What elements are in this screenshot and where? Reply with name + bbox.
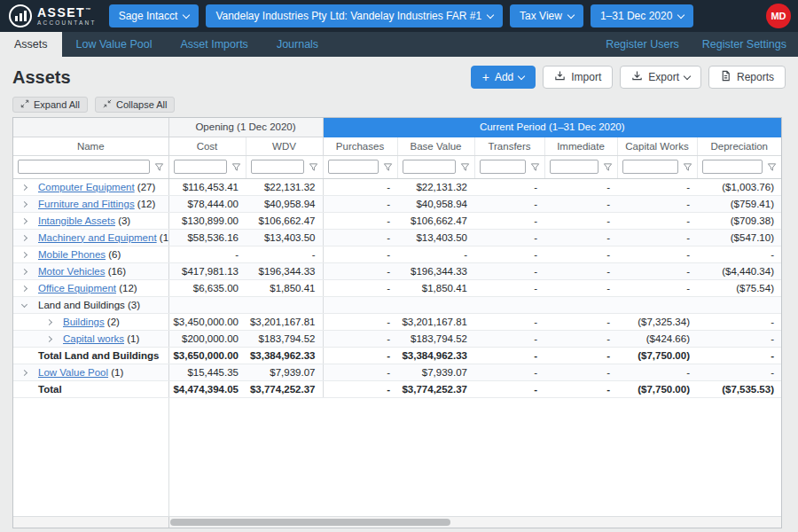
reports-button[interactable]: Reports (708, 66, 786, 89)
column-header-cost[interactable]: Cost (168, 137, 246, 155)
dropdown-sage-intacct[interactable]: Sage Intacct (109, 4, 200, 27)
value-cell: - (323, 330, 397, 347)
filter-cell (323, 155, 397, 178)
row-label: Total Land and Buildings (38, 350, 160, 361)
chevron-right-icon[interactable] (21, 269, 27, 275)
nav-link-register-users[interactable]: Register Users (594, 32, 691, 57)
topbar: ASSET™ ACCOUNTANT Sage IntacctVandelay I… (0, 0, 798, 32)
chevron-right-icon[interactable] (21, 218, 27, 224)
expand-all-label: Expand All (34, 99, 80, 110)
asset-group-link[interactable]: Capital works (63, 333, 124, 344)
app-window: ASSET™ ACCOUNTANT Sage IntacctVandelay I… (0, 0, 798, 532)
value-cell: - (474, 279, 544, 296)
chevron-right-icon[interactable] (21, 370, 27, 376)
filter-icon[interactable] (767, 162, 777, 172)
value-cell: ($547.10) (697, 229, 781, 246)
collapse-all-label: Collapse All (116, 99, 167, 110)
chevron-spacer (22, 387, 27, 392)
value-cell: $78,444.00 (168, 195, 246, 212)
dropdown-vandelay-industries-pty-ltd-vandelay-industries-far-1[interactable]: Vandelay Industries Pty Ltd: Vandelay In… (206, 4, 503, 27)
filter-icon[interactable] (683, 162, 692, 172)
value-cell: $3,650,000.00 (168, 347, 246, 364)
value-cell: - (617, 246, 697, 262)
column-header-base-value[interactable]: Base Value (397, 137, 474, 155)
asset-group-link[interactable]: Mobile Phones (38, 249, 106, 260)
filter-cell (13, 155, 168, 178)
horizontal-scrollbar[interactable] (13, 516, 781, 528)
asset-count: (6) (106, 249, 121, 260)
user-avatar[interactable]: MD (766, 4, 791, 28)
asset-group-link[interactable]: Low Value Pool (38, 367, 108, 378)
tab-journals[interactable]: Journals (262, 32, 332, 57)
tab-asset-imports[interactable]: Asset Imports (166, 32, 262, 57)
chevron-right-icon[interactable] (21, 201, 27, 207)
value-cell: ($7,750.00) (617, 380, 697, 397)
column-header-capital-works[interactable]: Capital Works (617, 137, 697, 155)
value-cell: - (323, 279, 397, 296)
logo-text: ASSET™ ACCOUNTANT (37, 6, 97, 27)
import-button[interactable]: Import (543, 66, 613, 89)
horizontal-scrollbar-thumb[interactable] (170, 519, 450, 526)
value-cell: $22,131.32 (397, 178, 474, 195)
filter-input-depreciation[interactable] (702, 160, 763, 174)
expand-all-button[interactable]: Expand All (12, 97, 88, 113)
asset-accountant-logo[interactable]: ASSET™ ACCOUNTANT (9, 4, 97, 27)
chevron-right-icon[interactable] (21, 184, 27, 191)
filter-icon[interactable] (154, 162, 164, 172)
filter-input-purchases[interactable] (328, 160, 379, 174)
value-cell: - (397, 246, 474, 262)
filter-icon[interactable] (231, 162, 241, 172)
name-cell: Motor Vehicles (16) (13, 262, 168, 279)
tab-low-value-pool[interactable]: Low Value Pool (62, 32, 167, 57)
filter-icon[interactable] (530, 162, 540, 172)
chevron-right-icon[interactable] (46, 336, 52, 342)
filter-input-capital-works[interactable] (622, 160, 678, 174)
navbar: AssetsLow Value PoolAsset ImportsJournal… (0, 32, 798, 57)
column-header-immediate[interactable]: Immediate (544, 137, 617, 155)
tab-assets[interactable]: Assets (0, 32, 62, 57)
export-button[interactable]: Export (620, 66, 701, 89)
filter-icon[interactable] (460, 162, 470, 172)
filter-input-cost[interactable] (174, 160, 227, 174)
filter-input-base-value[interactable] (403, 160, 456, 174)
asset-count: (12) (116, 283, 137, 293)
filter-input-name[interactable] (18, 160, 150, 174)
asset-count: (10) (157, 232, 168, 243)
asset-group-link[interactable]: Furniture and Fittings (38, 199, 135, 209)
chevron-right-icon[interactable] (21, 235, 27, 241)
column-header-wdv[interactable]: WDV (246, 137, 323, 155)
chevron-right-icon[interactable] (46, 319, 52, 325)
asset-group-link[interactable]: Buildings (63, 317, 105, 327)
value-cell: ($7,325.34) (617, 313, 697, 330)
asset-group-link[interactable]: Office Equipment (38, 283, 116, 293)
filter-input-wdv[interactable] (251, 160, 304, 174)
filter-input-transfers[interactable] (480, 160, 526, 174)
asset-group-link[interactable]: Machinery and Equipment (38, 232, 157, 243)
filter-icon[interactable] (383, 162, 393, 172)
collapse-all-button[interactable]: Collapse All (95, 97, 175, 113)
filter-input-immediate[interactable] (550, 160, 598, 174)
value-cell: $4,474,394.05 (168, 380, 246, 397)
filter-icon[interactable] (309, 162, 318, 172)
column-header-name[interactable]: Name (13, 137, 168, 155)
table-row-furniture-and-fittings: Furniture and Fittings (12)$78,444.00$40… (13, 195, 781, 212)
add-button[interactable]: + Add (471, 66, 536, 89)
filter-row (13, 155, 781, 178)
value-cell: $3,201,167.81 (397, 313, 474, 330)
name-cell: Office Equipment (12) (13, 279, 168, 296)
value-cell: - (544, 330, 617, 347)
filter-icon[interactable] (603, 162, 613, 172)
chevron-right-icon[interactable] (21, 286, 27, 292)
column-header-transfers[interactable]: Transfers (474, 137, 544, 155)
chevron-right-icon[interactable] (21, 252, 27, 258)
dropdown-1-31-dec-2020[interactable]: 1–31 Dec 2020 (591, 4, 693, 27)
column-header-row: NameCostWDVPurchasesBase ValueTransfersI… (13, 137, 781, 155)
nav-link-register-settings[interactable]: Register Settings (691, 32, 798, 57)
asset-group-link[interactable]: Motor Vehicles (38, 266, 105, 277)
chevron-down-icon[interactable] (21, 301, 27, 308)
asset-group-link[interactable]: Computer Equipment (38, 182, 135, 192)
asset-group-link[interactable]: Intangible Assets (38, 215, 115, 226)
column-header-purchases[interactable]: Purchases (323, 137, 397, 155)
column-header-depreciation[interactable]: Depreciation (697, 137, 781, 155)
dropdown-tax-view[interactable]: Tax View (510, 4, 583, 27)
